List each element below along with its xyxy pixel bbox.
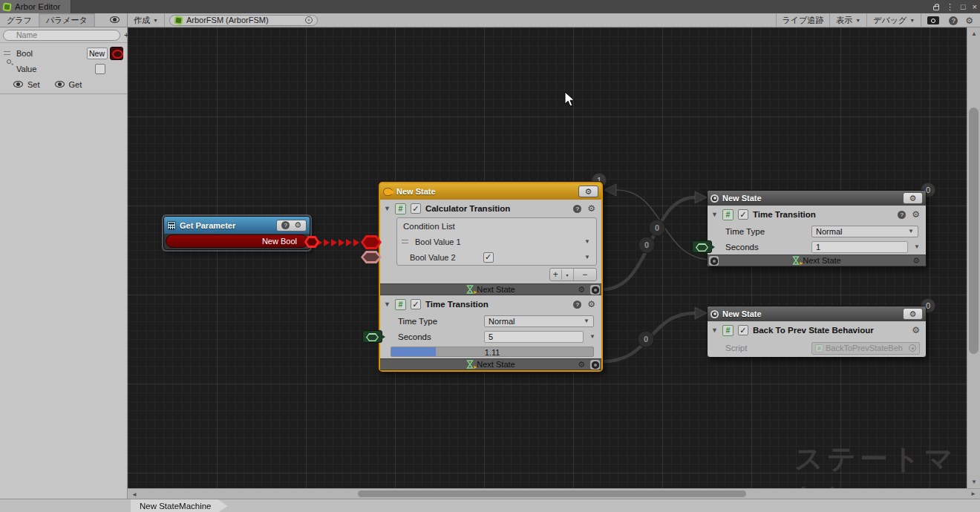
vertical-scrollbar-thumb[interactable] xyxy=(969,108,979,354)
behaviour-enabled-checkbox[interactable]: ✓ xyxy=(411,299,421,309)
drag-handle-icon[interactable] xyxy=(4,51,10,55)
state-header[interactable]: New State ⚙ xyxy=(708,191,926,206)
next-state-slot-1[interactable]: ▸ Next State ⚙ xyxy=(380,283,601,295)
bool-data-wire[interactable] xyxy=(316,239,359,246)
seconds-value-slot[interactable] xyxy=(692,240,712,253)
data-slot-chevron-icon[interactable]: ▼ xyxy=(589,333,595,340)
capture-button[interactable] xyxy=(921,13,945,27)
bool-input-socket-1[interactable] xyxy=(361,235,382,249)
gear-icon[interactable]: ⚙ xyxy=(578,360,585,370)
window-menu-icon[interactable]: ⋮ xyxy=(946,2,954,12)
add-condition-button[interactable]: +▾ xyxy=(550,269,574,280)
behaviour-enabled-checkbox[interactable]: ✓ xyxy=(738,209,748,220)
state-header[interactable]: New State ⚙ xyxy=(380,183,601,200)
remove-condition-button[interactable]: − xyxy=(574,269,597,280)
behaviour-header-calculator-transition[interactable]: ▼ # ✓ Calculator Transition ? ⚙ xyxy=(380,200,601,217)
scroll-left-icon[interactable]: ◄ xyxy=(131,491,137,498)
close-button[interactable]: × xyxy=(973,2,977,11)
time-type-dropdown[interactable]: Normal ▼ xyxy=(484,315,594,327)
tab-graph[interactable]: グラフ xyxy=(0,13,39,27)
top-right-state-node[interactable]: New State ⚙ ▼ # ✓ Time Transition ? ⚙ Ti… xyxy=(707,190,927,267)
help-icon[interactable]: ? xyxy=(281,221,290,229)
help-icon[interactable]: ? xyxy=(573,205,581,213)
bool-input-socket-2[interactable] xyxy=(361,251,382,263)
foldout-icon[interactable]: ▼ xyxy=(384,301,391,308)
help-button[interactable]: ? xyxy=(945,13,961,27)
create-button[interactable]: 作成▼ xyxy=(128,13,165,27)
state-header[interactable]: New State ⚙ xyxy=(708,306,926,321)
view-button[interactable]: 表示▼ xyxy=(830,13,867,27)
vertical-scrollbar[interactable]: ▲ ▼ xyxy=(967,27,980,488)
settings-button[interactable]: ⚙ xyxy=(961,13,977,27)
gear-icon[interactable]: ⚙ xyxy=(912,256,920,266)
seconds-input[interactable]: 1 xyxy=(811,241,908,253)
parameter-name-input[interactable] xyxy=(87,47,108,59)
window-tab[interactable]: Arbor Editor xyxy=(0,0,71,13)
data-slot-chevron-icon[interactable]: ▼ xyxy=(914,243,920,250)
value-checkbox[interactable] xyxy=(95,64,105,74)
object-picker-icon[interactable] xyxy=(909,344,916,352)
bool-pin-button[interactable] xyxy=(110,47,123,60)
get-parameter-node[interactable]: Get Parameter ? ⚙ New Bool xyxy=(163,216,310,250)
gear-icon[interactable]: ⚙ xyxy=(912,325,920,335)
object-picker-icon[interactable] xyxy=(305,16,313,24)
behaviour-header-time-transition[interactable]: ▼ # ✓ Time Transition ? ⚙ xyxy=(380,295,601,313)
gear-icon[interactable]: ⚙ xyxy=(912,209,920,220)
next-state-connector[interactable] xyxy=(590,285,600,295)
gear-icon[interactable]: ⚙ xyxy=(294,220,301,230)
behaviour-header-back-to-prev[interactable]: ▼ # ✓ Back To Prev State Behaviour ⚙ xyxy=(708,321,926,339)
next-state-connector[interactable] xyxy=(709,256,719,266)
drag-handle-icon[interactable] xyxy=(402,240,408,243)
gear-icon[interactable]: ⚙ xyxy=(587,203,595,214)
bool-value-checkbox[interactable]: ✓ xyxy=(483,252,494,263)
lock-icon[interactable] xyxy=(933,6,939,10)
main-state-node[interactable]: New State ⚙ ▼ # ✓ Calculator Transition … xyxy=(379,182,603,372)
breadcrumb[interactable]: New StateMachine xyxy=(131,499,228,512)
wire-main-to-bottomright[interactable] xyxy=(603,313,695,361)
horizontal-scrollbar[interactable]: ◄ xyxy=(128,488,967,499)
search-input[interactable] xyxy=(3,30,120,41)
state-settings-button[interactable]: ⚙ xyxy=(903,308,923,320)
next-state-connector[interactable] xyxy=(590,360,600,370)
next-state-slot[interactable]: ▸ Next State ⚙ xyxy=(708,255,926,266)
get-eye-icon[interactable] xyxy=(55,81,65,88)
behaviour-enabled-checkbox[interactable]: ✓ xyxy=(411,203,421,214)
foldout-icon[interactable]: ▼ xyxy=(711,211,718,218)
script-object-field[interactable]: # BackToPrevStateBeh xyxy=(811,342,920,355)
foldout-icon[interactable]: ▼ xyxy=(711,326,718,334)
next-state-slot-2[interactable]: ▸ Next State ⚙ xyxy=(380,358,601,370)
time-type-dropdown[interactable]: Normal ▼ xyxy=(811,226,918,237)
scroll-down-icon[interactable]: ▼ xyxy=(971,479,977,485)
seconds-input[interactable]: 5 xyxy=(484,331,584,343)
bottom-right-state-node[interactable]: New State ⚙ ▼ # ✓ Back To Prev State Beh… xyxy=(707,306,927,358)
arborfsm-icon xyxy=(174,16,183,24)
behaviour-header-time-transition[interactable]: ▼ # ✓ Time Transition ? ⚙ xyxy=(708,206,926,223)
condition-row-2[interactable]: Bool Value 2 ✓ ▼ xyxy=(397,249,596,265)
get-parameter-header[interactable]: Get Parameter ? ⚙ xyxy=(164,217,310,234)
scroll-up-icon[interactable]: ▲ xyxy=(971,30,977,37)
graph-selector[interactable]: ArborFSM (ArborFSM) xyxy=(169,15,318,26)
seconds-value-slot[interactable] xyxy=(362,330,382,343)
foldout-icon[interactable]: ▼ xyxy=(384,205,391,212)
help-icon[interactable]: ? xyxy=(898,211,906,219)
state-settings-button[interactable]: ⚙ xyxy=(578,186,598,197)
chevron-down-icon[interactable]: ▼ xyxy=(584,238,590,245)
graph-canvas[interactable]: 0 0 0 1 0 0 Get Parameter xyxy=(128,27,967,488)
scroll-right-icon[interactable]: ► xyxy=(967,488,980,499)
state-settings-button[interactable]: ⚙ xyxy=(903,192,923,204)
behaviour-enabled-checkbox[interactable]: ✓ xyxy=(738,325,748,335)
maximize-button[interactable]: □ xyxy=(961,2,966,11)
gear-icon[interactable]: ⚙ xyxy=(587,299,595,309)
help-icon[interactable]: ? xyxy=(573,301,581,309)
panel-visibility-eye-icon[interactable] xyxy=(110,16,120,23)
horizontal-scrollbar-thumb[interactable] xyxy=(358,490,746,497)
set-eye-icon[interactable] xyxy=(13,81,23,88)
new-bool-output-pin[interactable]: New Bool xyxy=(166,234,308,248)
condition-row-1[interactable]: Bool Value 1 ▼ xyxy=(397,234,596,249)
live-trace-button[interactable]: ライブ追跡 xyxy=(776,13,831,27)
wire-main-to-topright[interactable] xyxy=(603,197,695,289)
chevron-down-icon[interactable]: ▼ xyxy=(584,254,590,260)
gear-icon[interactable]: ⚙ xyxy=(578,285,585,295)
debug-button[interactable]: デバッグ▼ xyxy=(867,13,921,27)
tab-parameters[interactable]: パラメータ xyxy=(39,13,95,27)
